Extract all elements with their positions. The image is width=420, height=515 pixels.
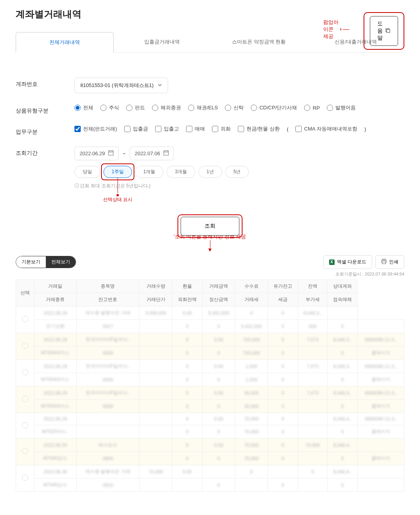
biz-check-3[interactable]: 매매 [186, 125, 205, 132]
cell: 한국마카타IF일여식.. [76, 333, 139, 346]
row-select[interactable] [16, 465, 34, 492]
tab-1[interactable]: 입출금거래내역 [114, 32, 211, 52]
cell [202, 465, 235, 479]
product-type-label: 상품유형구분 [16, 104, 74, 114]
cell: 0 [268, 346, 298, 360]
cell: 0 [328, 479, 358, 492]
product-radio-3[interactable]: 해외증권 [152, 104, 181, 111]
cell: 0 [202, 452, 235, 465]
period-annotation-label: 선택상태 표시 [103, 194, 132, 203]
view-basic-button[interactable]: 기본보기 [16, 256, 46, 268]
product-radio-2[interactable]: 펀드 [126, 104, 145, 111]
cell: 한국마카타IF일여식.. [76, 386, 139, 400]
cell: 5,002,000 [235, 320, 268, 333]
date-from-input[interactable]: 2022.06.29 [74, 147, 119, 160]
cell [298, 413, 327, 425]
query-annotation-arrow-down: ▼ [16, 240, 404, 251]
col-header: 종목명 [76, 280, 139, 293]
cell: 70,000 [139, 465, 172, 479]
row-select[interactable] [16, 413, 34, 439]
row-select[interactable] [16, 386, 34, 413]
cell: 8900090-21-3.. [358, 333, 404, 346]
period-btn-0[interactable]: 당일 [74, 166, 100, 178]
cell: 0 [268, 439, 298, 452]
period-btn-2[interactable]: 1개월 [135, 166, 164, 178]
cma-check[interactable]: CMA 자동매매내역포함 [295, 125, 357, 132]
col-header: 수수료 [235, 280, 268, 293]
biz-check-5[interactable]: 현금/현물 상환 [238, 125, 280, 132]
col-header: 거래일 [34, 280, 76, 293]
table-row: M7004에마스0000001,00000콜매이지 [16, 373, 404, 386]
excel-download-button[interactable]: X 엑셀 다운로드 [323, 255, 372, 269]
calendar-icon [108, 150, 114, 157]
cell: 한국마카타IF일여식.. [76, 360, 139, 373]
tab-2[interactable]: 스마트폰 약정금액 현황 [210, 32, 308, 52]
query-timestamp: 조회기준일시 : 2022.07.06 09:44:54 [16, 271, 404, 277]
product-radio-0[interactable]: 전체 [74, 104, 93, 111]
cell [139, 413, 172, 425]
account-select[interactable]: 81051553-01 (위탁계좌테스트1) [74, 78, 168, 93]
cell: 0 [268, 425, 298, 439]
cell: 콜매이지 [358, 400, 404, 413]
tab-0[interactable]: 전체거래내역 [16, 32, 114, 53]
table-row: M7004에마스00000030,00000콜매이지 [16, 400, 404, 413]
cell: 0927 [76, 320, 139, 333]
product-radio-1[interactable]: 주식 [100, 104, 119, 111]
row-select[interactable] [16, 360, 34, 386]
print-button[interactable]: 인쇄 [375, 255, 404, 269]
product-radio-6[interactable]: CD/CP/단기사채 [251, 104, 297, 111]
cell: 0 [172, 400, 203, 413]
cell: 0 [172, 413, 203, 425]
cell: 6,040,3.. [328, 386, 358, 400]
cell: 0900 [76, 452, 139, 465]
cell: 0 [172, 452, 203, 465]
cell: 0 [268, 320, 298, 333]
biz-check-0[interactable]: 전체(펀드거래) [74, 125, 117, 132]
period-btn-4[interactable]: 1년 [198, 166, 222, 178]
print-icon [381, 259, 387, 265]
results-table: 선택거래일종목명거래수량환율거래금액수수료유가잔고잔액상대계좌거래종류잔고번호거… [16, 279, 404, 492]
cell: 0 [202, 346, 235, 360]
cell: 2022.06.29 [34, 386, 76, 400]
cell [358, 479, 404, 492]
cell: M7045강식 [34, 452, 76, 465]
biz-check-1[interactable]: 입출금 [124, 125, 148, 132]
cell: 0 [202, 479, 235, 492]
table-row: 2022.06.30에서요식00.0070,000070,0006,040,4.… [16, 439, 404, 452]
cell: 0 [328, 425, 358, 439]
row-select[interactable] [16, 306, 34, 333]
biz-check-4[interactable]: 외화 [212, 125, 231, 132]
table-row: 2022.06.30매수증 발행여온 거래70,0000.00006,040,4… [16, 465, 404, 479]
row-select[interactable] [16, 333, 34, 360]
cell: 콜매이지 [358, 452, 404, 465]
date-to-input[interactable]: 2022.07.06 [130, 147, 174, 160]
cell: 6,040,3.. [298, 306, 327, 320]
cell: 매수증 발행여온 거래 [76, 465, 139, 479]
row-select[interactable] [16, 439, 34, 465]
cell [298, 346, 327, 360]
view-full-button[interactable]: 전체보기 [46, 256, 76, 268]
cell: 에서요식 [76, 439, 139, 452]
cell: 0 [202, 373, 235, 386]
period-btn-5[interactable]: 5년 [225, 166, 249, 178]
cell: 0 [328, 400, 358, 413]
col-header: 유가잔고 [268, 280, 298, 293]
calendar-icon [163, 150, 169, 157]
product-radio-4[interactable]: 채권/ELS [188, 104, 218, 111]
period-btn-1[interactable]: 1주일 [103, 166, 132, 178]
cell: 70,000 [235, 425, 268, 439]
product-radio-8[interactable]: 발행어음 [327, 104, 356, 111]
cell [268, 465, 298, 479]
cell: 70,000 [235, 452, 268, 465]
table-row: M7045강식0920000 [16, 479, 404, 492]
cell [76, 413, 139, 425]
period-btn-3[interactable]: 3개월 [167, 166, 195, 178]
cell [139, 400, 172, 413]
biz-check-2[interactable]: 입출고 [155, 125, 179, 132]
product-radio-7[interactable]: RP [304, 105, 320, 111]
product-radio-5[interactable]: 신탁 [225, 104, 244, 111]
cell [172, 479, 203, 492]
cell: 8900090-21-3.. [358, 386, 404, 400]
col-subheader: 거래단가 [139, 293, 172, 306]
tab-3[interactable]: 신용/대출거래내역 [308, 32, 405, 52]
